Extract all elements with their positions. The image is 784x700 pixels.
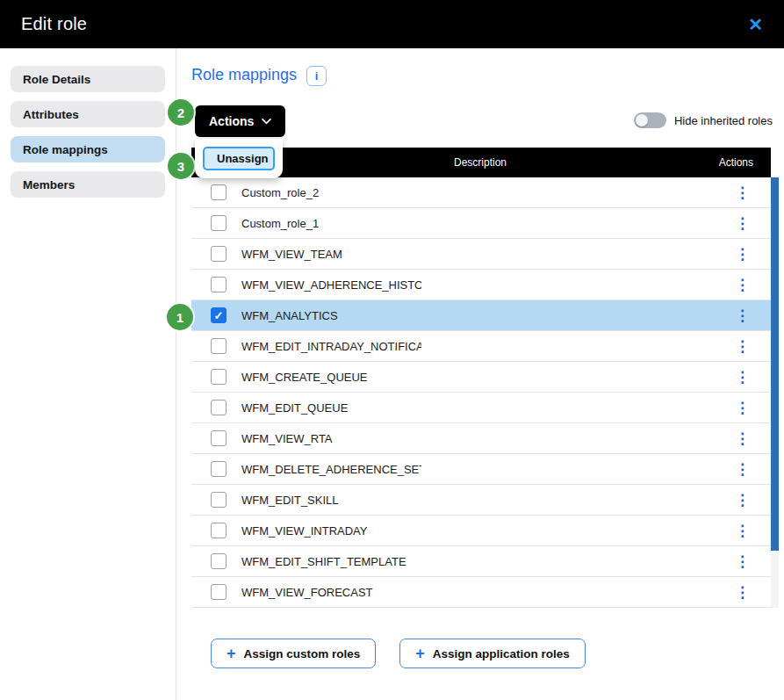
role-mappings-table: Name Description Actions Custom_role_2⋮C… [191, 148, 771, 608]
sidebar-item-attributes[interactable]: Attributes [11, 101, 165, 127]
unassign-label: Unassign [217, 152, 269, 165]
table-row[interactable]: WFM_EDIT_INTRADAY_NOTIFICATIONS⋮ [191, 331, 771, 362]
role-name: WFM_EDIT_SHIFT_TEMPLATE [241, 555, 406, 568]
table-row[interactable]: WFM_EDIT_QUEUE⋮ [191, 393, 771, 423]
table-row[interactable]: Custom_role_2⋮ [191, 177, 771, 208]
role-name: WFM_ANALYTICS [241, 309, 338, 322]
info-icon[interactable]: i [306, 66, 327, 86]
table-row[interactable]: WFM_VIEW_INTRADAY⋮ [191, 516, 771, 546]
plus-icon: + [227, 646, 236, 661]
role-name: WFM_VIEW_INTRADAY [241, 524, 368, 538]
row-more-actions-icon[interactable]: ⋮ [735, 401, 750, 415]
row-checkbox[interactable]: ✓ [211, 307, 227, 323]
actions-button[interactable]: Actions [195, 105, 285, 137]
row-checkbox[interactable] [211, 430, 227, 446]
row-checkbox[interactable] [211, 461, 227, 477]
column-header-description: Description [454, 156, 507, 169]
role-name: WFM_CREATE_QUEUE [241, 371, 368, 384]
role-name: Custom_role_2 [241, 186, 319, 199]
table-row[interactable]: WFM_EDIT_SHIFT_TEMPLATE⋮ [191, 546, 771, 577]
row-more-actions-icon[interactable]: ⋮ [735, 523, 750, 538]
dialog-header: Edit role ✕ [0, 0, 784, 48]
row-checkbox[interactable] [211, 523, 227, 538]
sidebar: Role DetailsAttributesRole mappingsMembe… [11, 66, 165, 198]
table-row[interactable]: WFM_CREATE_QUEUE⋮ [191, 362, 771, 393]
hide-inherited-label: Hide inherited roles [674, 114, 773, 127]
table-row[interactable]: WFM_DELETE_ADHERENCE_SETTINGS⋮ [191, 454, 771, 485]
row-more-actions-icon[interactable]: ⋮ [735, 247, 750, 262]
role-name: WFM_VIEW_FORECAST [241, 586, 373, 599]
table-body: Custom_role_2⋮Custom_role_1⋮WFM_VIEW_TEA… [191, 177, 771, 608]
annotation-badge-1: 1 [167, 304, 193, 330]
chevron-down-icon [262, 119, 271, 125]
plus-icon: + [415, 646, 425, 661]
row-more-actions-icon[interactable]: ⋮ [735, 278, 750, 292]
row-more-actions-icon[interactable]: ⋮ [735, 185, 750, 200]
row-checkbox[interactable] [211, 369, 227, 385]
table-row[interactable]: WFM_VIEW_FORECAST⋮ [191, 577, 771, 608]
assign-application-roles-button[interactable]: + Assign application roles [399, 639, 586, 668]
table-row[interactable]: WFM_VIEW_RTA⋮ [191, 423, 771, 454]
row-more-actions-icon[interactable]: ⋮ [735, 431, 750, 446]
row-more-actions-icon[interactable]: ⋮ [735, 339, 750, 354]
assign-custom-roles-label: Assign custom roles [244, 647, 361, 660]
role-name: WFM_EDIT_QUEUE [241, 401, 348, 415]
hide-inherited-toggle[interactable] [634, 112, 666, 128]
role-name: WFM_VIEW_TEAM [241, 248, 342, 261]
sidebar-item-label: Attributes [23, 108, 79, 121]
row-checkbox[interactable] [211, 246, 227, 262]
row-more-actions-icon[interactable]: ⋮ [735, 308, 750, 323]
edit-role-dialog: Edit role ✕ Role DetailsAttributesRole m… [0, 0, 784, 700]
row-checkbox[interactable] [211, 184, 227, 200]
row-checkbox[interactable] [211, 277, 227, 292]
sidebar-item-label: Members [23, 178, 75, 191]
row-checkbox[interactable] [211, 492, 227, 508]
role-name: WFM_VIEW_RTA [241, 432, 333, 445]
table-row[interactable]: WFM_EDIT_SKILL⋮ [191, 485, 771, 516]
row-checkbox[interactable] [211, 400, 227, 415]
actions-dropdown-menu: Unassign [195, 139, 283, 178]
row-more-actions-icon[interactable]: ⋮ [735, 462, 750, 477]
annotation-badge-3: 3 [168, 153, 194, 179]
hide-inherited-row: Hide inherited roles [634, 112, 773, 128]
footer-actions: + Assign custom roles + Assign applicati… [211, 639, 586, 668]
page-title: Role mappings [191, 66, 297, 84]
sidebar-item-label: Role Details [23, 73, 90, 86]
role-name: Custom_role_1 [241, 217, 319, 230]
row-checkbox[interactable] [211, 584, 227, 600]
row-more-actions-icon[interactable]: ⋮ [735, 216, 750, 231]
role-name: WFM_VIEW_ADHERENCE_HISTORY [241, 278, 421, 292]
assign-custom-roles-button[interactable]: + Assign custom roles [211, 639, 376, 668]
row-more-actions-icon[interactable]: ⋮ [735, 370, 750, 385]
row-more-actions-icon[interactable]: ⋮ [735, 493, 750, 508]
table-row[interactable]: WFM_VIEW_TEAM⋮ [191, 239, 771, 270]
row-more-actions-icon[interactable]: ⋮ [735, 585, 750, 600]
assign-application-roles-label: Assign application roles [433, 647, 570, 660]
actions-button-label: Actions [209, 114, 254, 128]
sidebar-item-role-mappings[interactable]: Role mappings [11, 136, 165, 162]
dialog-title: Edit role [21, 14, 87, 34]
row-checkbox[interactable] [211, 553, 227, 569]
column-header-actions: Actions [719, 156, 753, 169]
table-row[interactable]: WFM_VIEW_ADHERENCE_HISTORY⋮ [191, 270, 771, 300]
role-name: WFM_EDIT_SKILL [241, 494, 339, 507]
row-checkbox[interactable] [211, 338, 227, 354]
row-checkbox[interactable] [211, 215, 227, 231]
role-name: WFM_DELETE_ADHERENCE_SETTINGS [241, 463, 421, 476]
unassign-menu-item[interactable]: Unassign [203, 147, 275, 170]
toggle-knob [636, 114, 648, 126]
table-scrollbar[interactable] [771, 177, 779, 608]
role-name: WFM_EDIT_INTRADAY_NOTIFICATIONS [241, 340, 421, 353]
close-icon[interactable]: ✕ [748, 16, 763, 33]
sidebar-item-role-details[interactable]: Role Details [11, 66, 165, 92]
sidebar-item-members[interactable]: Members [11, 171, 165, 198]
annotation-badge-2: 2 [168, 99, 194, 126]
table-row[interactable]: ✓WFM_ANALYTICS⋮ [191, 300, 771, 331]
table-row[interactable]: Custom_role_1⋮ [191, 208, 771, 239]
sidebar-item-label: Role mappings [23, 143, 108, 156]
sidebar-divider [176, 48, 176, 700]
row-more-actions-icon[interactable]: ⋮ [735, 554, 750, 569]
scrollbar-thumb[interactable] [771, 177, 779, 551]
